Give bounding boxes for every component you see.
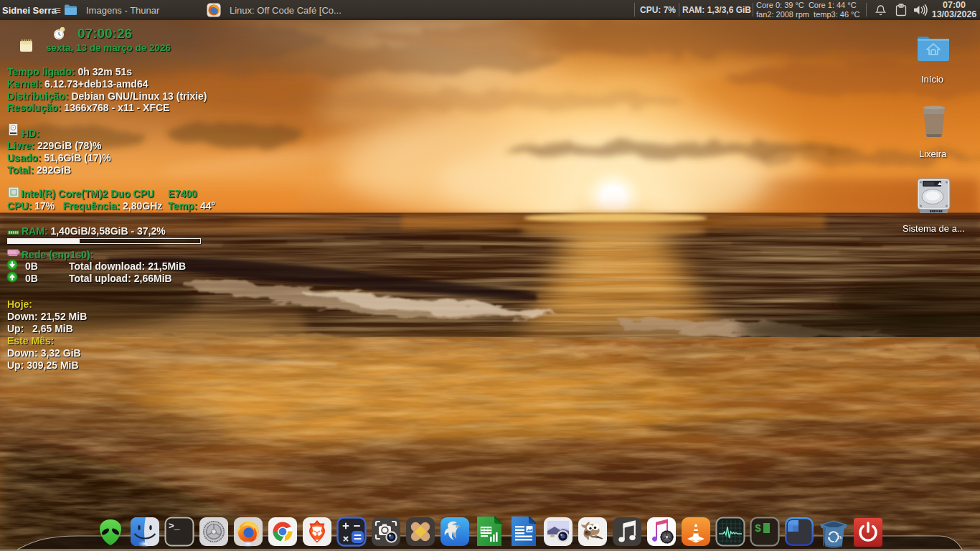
svg-text:>_: >_ [169, 521, 180, 532]
svg-text:$: $ [755, 523, 761, 535]
svg-text:Th: Th [838, 536, 842, 540]
